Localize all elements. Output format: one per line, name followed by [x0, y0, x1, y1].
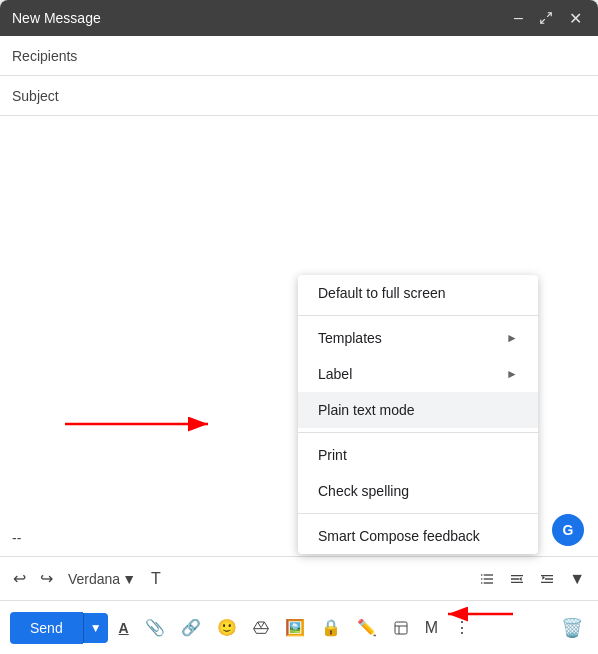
minimize-button[interactable]: – — [510, 7, 527, 29]
menu-divider-3 — [298, 513, 538, 514]
svg-rect-4 — [481, 578, 482, 579]
photo-button[interactable]: 🖼️ — [280, 613, 310, 642]
menu-item-plain-text[interactable]: Plain text mode — [298, 392, 538, 428]
compose-header: New Message – ✕ — [0, 0, 598, 36]
avatar: G — [552, 514, 584, 546]
menu-divider-2 — [298, 432, 538, 433]
font-selector[interactable]: Verdana ▼ — [62, 569, 142, 589]
send-options-button[interactable]: ▼ — [83, 613, 108, 643]
emoji-button[interactable]: 🙂 — [212, 613, 242, 642]
menu-divider-1 — [298, 315, 538, 316]
menu-item-label[interactable]: Label ► — [298, 356, 538, 392]
compose-title: New Message — [12, 10, 101, 26]
font-size-button[interactable]: T — [146, 566, 166, 592]
undo-button[interactable]: ↩ — [8, 565, 31, 592]
subject-label: Subject — [12, 88, 59, 104]
signature: -- — [12, 530, 21, 546]
text-formatting-button[interactable]: A — [114, 615, 134, 641]
menu-item-spell-check[interactable]: Check spelling — [298, 473, 538, 509]
label-arrow-icon: ► — [506, 367, 518, 381]
context-menu: Default to full screen Templates ► Label… — [298, 275, 538, 554]
menu-item-templates[interactable]: Templates ► — [298, 320, 538, 356]
labels-button[interactable] — [388, 615, 414, 641]
svg-rect-6 — [481, 582, 482, 583]
menu-item-smart-compose[interactable]: Smart Compose feedback — [298, 518, 538, 554]
menu-item-fullscreen[interactable]: Default to full screen — [298, 275, 538, 311]
svg-rect-2 — [481, 574, 482, 575]
svg-line-1 — [541, 19, 545, 23]
recipients-field[interactable]: Recipients — [0, 36, 598, 76]
expand-button[interactable] — [535, 9, 557, 27]
recipients-label: Recipients — [12, 48, 77, 64]
font-dropdown-icon: ▼ — [122, 571, 136, 587]
attach-button[interactable]: 📎 — [140, 613, 170, 642]
svg-rect-8 — [395, 622, 407, 634]
drive-button[interactable] — [248, 615, 274, 641]
svg-rect-5 — [484, 578, 493, 579]
signature-button[interactable]: ✏️ — [352, 613, 382, 642]
indent-left-button[interactable] — [504, 567, 530, 591]
svg-rect-3 — [484, 574, 493, 575]
svg-line-0 — [547, 13, 551, 17]
close-button[interactable]: ✕ — [565, 7, 586, 30]
send-button[interactable]: Send — [10, 612, 83, 644]
discard-button[interactable]: 🗑️ — [556, 612, 588, 644]
more-options-button[interactable]: ⋮ — [449, 613, 475, 642]
link-button[interactable]: 🔗 — [176, 613, 206, 642]
unordered-list-button[interactable] — [474, 567, 500, 591]
compose-window: New Message – ✕ Recipients Subject -- G — [0, 0, 598, 654]
subject-field[interactable]: Subject — [0, 76, 598, 116]
formatting-toolbar: ↩ ↪ Verdana ▼ T ▼ — [0, 556, 598, 600]
menu-item-print[interactable]: Print — [298, 437, 538, 473]
more-formatting-button[interactable]: ▼ — [564, 566, 590, 592]
indent-right-button[interactable] — [534, 567, 560, 591]
compose-bottom: Send ▼ A 📎 🔗 🙂 🖼️ 🔒 ✏️ M ⋮ 🗑️ — [0, 600, 598, 654]
svg-rect-7 — [484, 582, 493, 583]
lock-button[interactable]: 🔒 — [316, 613, 346, 642]
gmail-addons-button[interactable]: M — [420, 614, 443, 642]
redo-button[interactable]: ↪ — [35, 565, 58, 592]
header-actions: – ✕ — [510, 7, 586, 30]
templates-arrow-icon: ► — [506, 331, 518, 345]
font-name: Verdana — [68, 571, 120, 587]
send-button-group: Send ▼ — [10, 612, 108, 644]
